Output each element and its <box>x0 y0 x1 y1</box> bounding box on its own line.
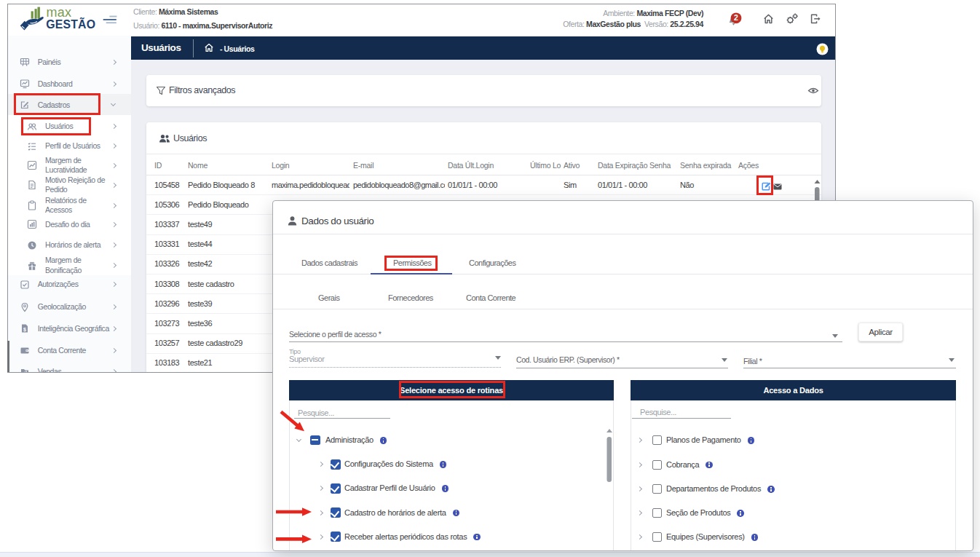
svg-text:$: $ <box>23 327 26 333</box>
svg-text:2: 2 <box>734 13 738 22</box>
svg-text:GESTÃO: GESTÃO <box>46 17 95 31</box>
svg-text:max: max <box>47 5 72 20</box>
